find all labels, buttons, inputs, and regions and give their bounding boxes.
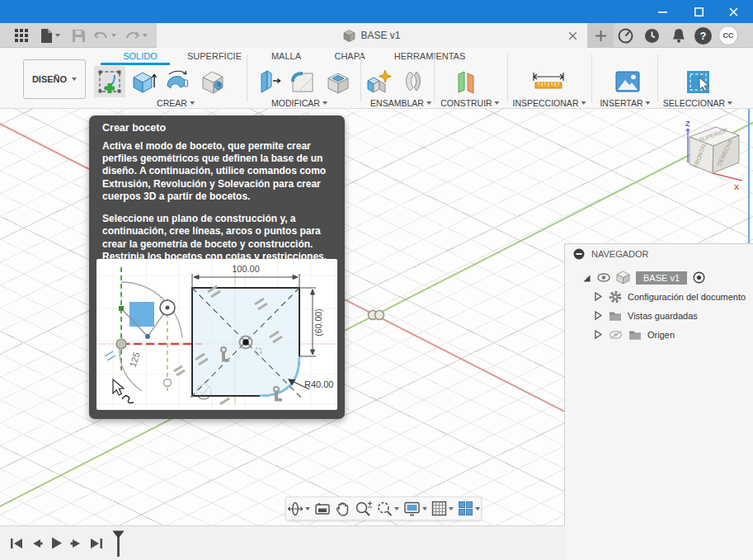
- group-modificar-label: MODIFICAR: [271, 98, 320, 108]
- minimize-button[interactable]: [648, 3, 676, 20]
- group-crear[interactable]: CREAR: [157, 98, 195, 108]
- timeline-bar: [0, 525, 565, 560]
- timeline-play-button[interactable]: [49, 536, 64, 550]
- job-status-clock-icon[interactable]: [643, 27, 661, 45]
- undo-button[interactable]: [91, 23, 119, 48]
- fillet-button[interactable]: [287, 66, 318, 97]
- display-settings-button[interactable]: [403, 501, 427, 516]
- file-menu-button[interactable]: [38, 23, 63, 48]
- timeline-step-back-button[interactable]: [30, 537, 43, 550]
- navigator-item-label: Vistas guardadas: [628, 311, 698, 321]
- notifications-bell-icon[interactable]: [670, 27, 687, 45]
- workspace-selector-button[interactable]: DISEÑO: [23, 59, 86, 99]
- extrude-button[interactable]: [127, 66, 158, 97]
- group-inspeccionar[interactable]: INSPECCIONAR: [513, 98, 586, 108]
- orbit-button[interactable]: [287, 501, 310, 517]
- navigator-root-label[interactable]: BASE v1: [636, 271, 687, 285]
- tab-malla[interactable]: MALLA: [271, 51, 301, 61]
- timeline-marker[interactable]: [112, 530, 125, 557]
- maximize-button[interactable]: [685, 3, 713, 20]
- group-separator: [360, 54, 361, 102]
- new-tab-button[interactable]: [587, 23, 614, 48]
- redo-button[interactable]: [122, 23, 150, 48]
- document-tab[interactable]: BASE v1: [157, 23, 587, 48]
- viewports-button[interactable]: [458, 501, 480, 516]
- navigator-item-label: Configuración del documento: [628, 292, 746, 302]
- expand-arrow-icon[interactable]: [581, 273, 591, 283]
- look-at-button[interactable]: [314, 501, 331, 516]
- new-component-button[interactable]: [363, 66, 394, 97]
- zoom-window-button[interactable]: [376, 501, 399, 516]
- timeline-step-forward-button[interactable]: [70, 537, 83, 550]
- create-sketch-button[interactable]: [94, 66, 125, 97]
- visibility-off-eye-icon[interactable]: [609, 330, 623, 340]
- grid-snap-button[interactable]: [431, 501, 454, 516]
- title-bar: [0, 0, 753, 23]
- measure-button[interactable]: [529, 66, 567, 97]
- canvas-right-edge: [748, 109, 750, 243]
- ribbon-toolbar: DISEÑO SOLIDO SUPERFICIE MALLA CHAPA HER…: [0, 48, 753, 109]
- close-button[interactable]: [719, 3, 747, 20]
- folder-icon: [628, 329, 642, 341]
- viewcube-x-label: X: [734, 183, 739, 191]
- dim-width: 100.00: [232, 264, 260, 274]
- visibility-eye-icon[interactable]: [597, 273, 610, 282]
- navigator-root-row[interactable]: BASE v1: [565, 268, 753, 287]
- group-crear-label: CREAR: [157, 98, 187, 108]
- group-construir-label: CONSTRUIR: [440, 98, 492, 108]
- group-insertar-label: INSERTAR: [600, 98, 642, 108]
- dim-radius: R40.00: [304, 379, 333, 389]
- group-ensamblar[interactable]: ENSAMBLAR: [370, 98, 431, 108]
- navigator-item-saved-views[interactable]: Vistas guardadas: [565, 306, 753, 325]
- tab-bar: BASE v1 ? CC: [0, 23, 753, 48]
- tooltip-preview-image: 125 100.00 (60.00) R40.00: [96, 259, 337, 410]
- hole-button[interactable]: [196, 66, 228, 97]
- tooltip-paragraph-1: Activa el modo de boceto, que permite cr…: [102, 140, 332, 203]
- user-avatar[interactable]: CC: [718, 26, 738, 45]
- collapse-panel-icon[interactable]: [573, 248, 585, 260]
- revolve-button[interactable]: [162, 66, 193, 97]
- timeline-skip-end-button[interactable]: [90, 537, 103, 550]
- active-tab-indicator: [101, 63, 170, 65]
- document-tab-close-icon[interactable]: [566, 29, 579, 42]
- construct-plane-button[interactable]: [450, 66, 482, 97]
- group-insertar[interactable]: INSERTAR: [600, 98, 650, 108]
- navigator-item-document-settings[interactable]: Configuración del documento: [565, 287, 753, 306]
- view-navigation-bar: [285, 496, 482, 520]
- group-modificar[interactable]: MODIFICAR: [271, 98, 327, 108]
- tab-solido[interactable]: SOLIDO: [123, 51, 158, 61]
- tab-herramientas[interactable]: HERRAMIENTAS: [394, 51, 466, 61]
- group-seleccionar[interactable]: SELECCIONAR: [663, 98, 732, 108]
- app-grid-icon[interactable]: [10, 23, 33, 48]
- navigator-item-origin[interactable]: Origen: [565, 325, 753, 344]
- navigator-title: NAVEGADOR: [591, 249, 648, 259]
- press-pull-button[interactable]: [252, 66, 284, 97]
- expand-arrow-icon[interactable]: [593, 291, 603, 302]
- shell-button[interactable]: [322, 66, 353, 97]
- zoom-button[interactable]: [355, 501, 372, 516]
- group-construir[interactable]: CONSTRUIR: [440, 98, 499, 108]
- expand-arrow-icon[interactable]: [593, 310, 603, 321]
- extensions-icon[interactable]: [617, 27, 634, 45]
- tab-superficie[interactable]: SUPERFICIE: [187, 51, 242, 61]
- help-glyph: ?: [700, 30, 707, 42]
- select-button[interactable]: [682, 66, 713, 97]
- navigator-item-label: Origen: [647, 330, 675, 340]
- viewcube-z-label: Z: [685, 120, 690, 128]
- pan-button[interactable]: [335, 501, 351, 516]
- expand-arrow-icon[interactable]: [593, 329, 603, 340]
- dim-125: 125: [127, 351, 141, 368]
- help-icon[interactable]: ?: [694, 27, 712, 45]
- joint-button[interactable]: [398, 66, 429, 97]
- view-cube[interactable]: Z X SUPERIOR FRONTAL DERECHA: [676, 117, 751, 191]
- timeline-skip-start-button[interactable]: [10, 537, 23, 550]
- group-separator: [657, 54, 658, 102]
- activate-radio-icon[interactable]: [693, 271, 705, 284]
- group-separator: [434, 54, 435, 102]
- insert-image-button[interactable]: [612, 66, 643, 97]
- avatar-initials: CC: [723, 31, 734, 40]
- tooltip-title: Crear boceto: [102, 122, 332, 134]
- origin-marker[interactable]: [365, 308, 387, 322]
- save-icon[interactable]: [69, 23, 87, 48]
- group-inspeccionar-label: INSPECCIONAR: [513, 98, 579, 108]
